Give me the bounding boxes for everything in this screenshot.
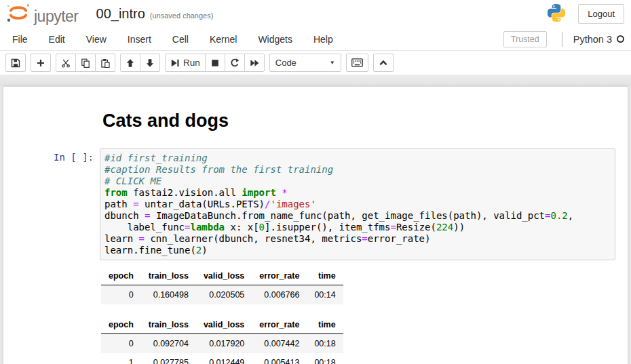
code-line: path = untar_data(URLs.PETS)/'images' bbox=[104, 199, 611, 210]
paste-cell-button[interactable] bbox=[95, 54, 115, 72]
table-cell: 0.092704 bbox=[141, 334, 196, 354]
table-cell: 1 bbox=[101, 353, 141, 364]
column-header: time bbox=[307, 267, 343, 285]
menu-item-help[interactable]: Help bbox=[305, 28, 341, 50]
menu-item-file[interactable]: File bbox=[4, 28, 36, 50]
table-row: 00.0927040.0179200.00744200:18 bbox=[101, 334, 343, 354]
table-cell: 00:14 bbox=[307, 285, 343, 305]
notebook-container: Cats and dogs In [ ]: #id first_training… bbox=[3, 86, 628, 364]
menu-item-widgets[interactable]: Widgets bbox=[250, 28, 301, 50]
column-header: error_rate bbox=[252, 267, 307, 285]
jupyter-logo-icon bbox=[5, 2, 31, 26]
kernel-name: Python 3 bbox=[573, 34, 612, 45]
jupyter-logo[interactable]: jupyter bbox=[5, 2, 79, 26]
code-line: dbunch = ImageDataBunch.from_name_func(p… bbox=[104, 210, 611, 222]
header-shadow-band bbox=[0, 75, 631, 86]
table-cell: 0.017920 bbox=[196, 334, 252, 354]
column-header: epoch bbox=[101, 316, 141, 334]
chevron-down-icon: ▼ bbox=[330, 60, 335, 66]
menu-item-edit[interactable]: Edit bbox=[41, 28, 73, 50]
markdown-heading: Cats and dogs bbox=[100, 110, 615, 132]
code-line: learn.fine_tune(2) bbox=[104, 245, 611, 256]
toolbar: Run Code ▼ bbox=[0, 51, 631, 75]
column-header: train_loss bbox=[141, 267, 196, 285]
notebook-title[interactable]: 00_intro bbox=[96, 6, 145, 22]
menu-item-kernel[interactable]: Kernel bbox=[202, 28, 245, 50]
run-button-label: Run bbox=[183, 58, 200, 68]
copy-cell-button[interactable] bbox=[75, 54, 96, 72]
menu-item-cell[interactable]: Cell bbox=[164, 28, 197, 50]
save-status: (unsaved changes) bbox=[150, 12, 214, 20]
header: jupyter 00_intro (unsaved changes) Logou… bbox=[0, 0, 631, 28]
trusted-badge[interactable]: Trusted bbox=[503, 31, 547, 47]
column-header: time bbox=[307, 316, 343, 334]
column-header: train_loss bbox=[141, 316, 196, 334]
table-cell: 0.005413 bbox=[252, 353, 307, 364]
table-cell: 0.160498 bbox=[141, 285, 196, 305]
menubar: FileEditViewInsertCellKernelWidgetsHelp … bbox=[0, 28, 631, 51]
save-button[interactable] bbox=[5, 54, 26, 72]
cut-cell-button[interactable] bbox=[56, 54, 76, 72]
output-prompt-area bbox=[3, 260, 100, 364]
code-line: #caption Results from the first training bbox=[104, 164, 611, 176]
move-cell-down-button[interactable] bbox=[140, 54, 160, 72]
markdown-prompt-area bbox=[3, 110, 100, 148]
menu-item-view[interactable]: View bbox=[78, 28, 115, 50]
interrupt-kernel-button[interactable] bbox=[205, 54, 225, 72]
add-cell-button[interactable] bbox=[31, 54, 51, 72]
cell-type-dropdown[interactable]: Code ▼ bbox=[269, 54, 341, 72]
table-cell: 0.012449 bbox=[196, 353, 252, 364]
cell-type-selected: Code bbox=[275, 58, 297, 68]
move-cell-up-button[interactable] bbox=[120, 54, 140, 72]
python-logo-icon bbox=[546, 3, 567, 26]
table-cell: 0.027785 bbox=[141, 353, 196, 364]
run-icon bbox=[170, 58, 180, 68]
kernel-idle-icon bbox=[617, 35, 624, 43]
menu-item-insert[interactable]: Insert bbox=[119, 28, 159, 50]
table-cell: 0.007442 bbox=[252, 334, 307, 354]
jupyter-logo-text: jupyter bbox=[34, 9, 79, 26]
logout-button[interactable]: Logout bbox=[578, 4, 624, 24]
output-area-row: epochtrain_lossvalid_losserror_ratetime0… bbox=[3, 260, 628, 364]
table-row: 10.0277850.0124490.00541300:18 bbox=[101, 353, 343, 364]
training-results-table: epochtrain_lossvalid_losserror_ratetime0… bbox=[101, 267, 343, 304]
site-background: Cats and dogs In [ ]: #id first_training… bbox=[0, 86, 631, 364]
cell-output-area: epochtrain_lossvalid_losserror_ratetime0… bbox=[100, 260, 615, 364]
markdown-cell[interactable]: Cats and dogs bbox=[3, 110, 628, 148]
collapse-toolbar-button[interactable] bbox=[373, 54, 394, 72]
table-cell: 0 bbox=[101, 334, 141, 354]
code-line: learn = cnn_learner(dbunch, resnet34, me… bbox=[104, 233, 611, 245]
table-cell: 00:18 bbox=[307, 334, 343, 354]
code-line: from fastai2.vision.all import * bbox=[104, 187, 611, 199]
table-cell: 0.020505 bbox=[196, 285, 252, 305]
menubar-divider bbox=[562, 32, 562, 47]
code-editor[interactable]: #id first_training#caption Results from … bbox=[100, 148, 615, 260]
column-header: error_rate bbox=[252, 316, 307, 334]
table-cell: 0 bbox=[101, 285, 141, 305]
code-cell[interactable]: In [ ]: #id first_training#caption Resul… bbox=[3, 148, 628, 260]
code-line: label_func=lambda x: x[0].isupper(), ite… bbox=[104, 222, 611, 233]
run-button[interactable]: Run bbox=[165, 54, 206, 72]
column-header: valid_loss bbox=[196, 316, 252, 334]
restart-kernel-button[interactable] bbox=[225, 54, 245, 72]
table-cell: 00:18 bbox=[307, 353, 343, 364]
training-results-table: epochtrain_lossvalid_losserror_ratetime0… bbox=[101, 316, 343, 364]
code-line: # CLICK ME bbox=[104, 176, 611, 187]
table-row: 00.1604980.0205050.00676600:14 bbox=[101, 285, 343, 305]
code-line: #id first_training bbox=[104, 153, 611, 164]
cell-input-prompt: In [ ]: bbox=[3, 148, 100, 260]
column-header: epoch bbox=[101, 267, 141, 285]
restart-run-all-button[interactable] bbox=[244, 54, 265, 72]
menubar-items: FileEditViewInsertCellKernelWidgetsHelp bbox=[4, 28, 346, 50]
command-palette-button[interactable] bbox=[346, 54, 368, 72]
column-header: valid_loss bbox=[196, 267, 252, 285]
table-cell: 0.006766 bbox=[252, 285, 307, 305]
